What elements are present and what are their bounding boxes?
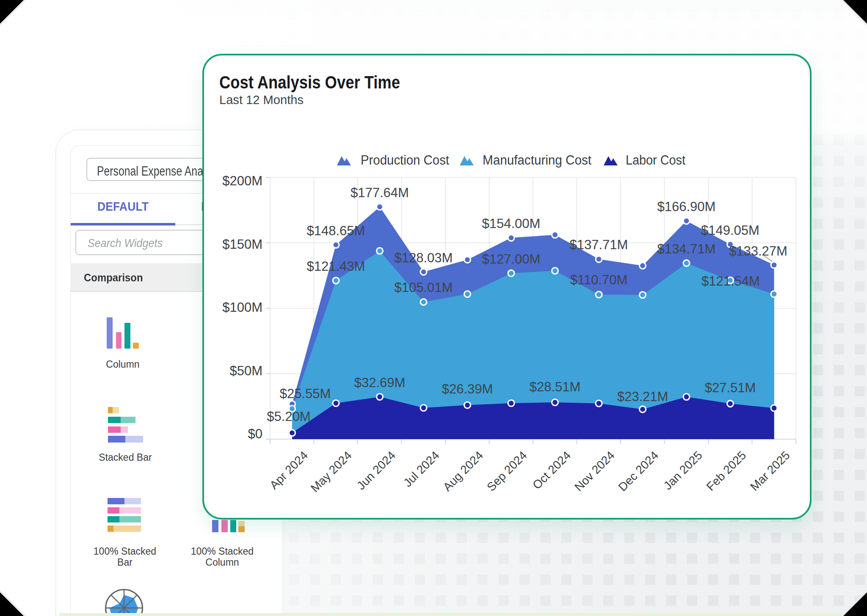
svg-text:Jun 2024: Jun 2024 xyxy=(354,448,398,492)
svg-text:May 2024: May 2024 xyxy=(308,448,354,495)
svg-text:$0: $0 xyxy=(248,426,262,441)
svg-text:Apr 2024: Apr 2024 xyxy=(267,448,310,492)
svg-text:Cost Analysis Over Time: Cost Analysis Over Time xyxy=(219,72,400,92)
svg-text:$133.27M: $133.27M xyxy=(729,244,787,258)
svg-text:$26.39M: $26.39M xyxy=(442,382,493,396)
svg-text:$149.05M: $149.05M xyxy=(701,223,759,238)
svg-text:$137.71M: $137.71M xyxy=(570,237,628,252)
svg-text:$127.00M: $127.00M xyxy=(482,252,541,267)
svg-text:$121.43M: $121.43M xyxy=(307,259,365,274)
svg-text:$134.71M: $134.71M xyxy=(657,242,716,256)
svg-text:Jan 2025: Jan 2025 xyxy=(661,448,704,492)
svg-text:$110.70M: $110.70M xyxy=(570,272,628,287)
svg-text:Manufacturing Cost: Manufacturing Cost xyxy=(483,153,591,168)
svg-text:$200M: $200M xyxy=(222,173,262,188)
svg-text:$50M: $50M xyxy=(229,363,262,378)
svg-text:$5.20M: $5.20M xyxy=(267,409,310,424)
svg-text:$150M: $150M xyxy=(222,237,262,252)
svg-text:Last 12 Months: Last 12 Months xyxy=(219,93,304,107)
svg-text:$177.64M: $177.64M xyxy=(351,185,409,200)
svg-text:Dec 2024: Dec 2024 xyxy=(616,448,661,494)
svg-text:Oct 2024: Oct 2024 xyxy=(530,448,573,492)
svg-text:Jul 2024: Jul 2024 xyxy=(401,448,442,490)
svg-text:Labor Cost: Labor Cost xyxy=(626,153,685,168)
svg-text:Nov 2024: Nov 2024 xyxy=(572,448,617,494)
svg-text:$121.54M: $121.54M xyxy=(701,274,760,289)
svg-text:$25.55M: $25.55M xyxy=(280,386,331,401)
svg-text:$100M: $100M xyxy=(222,300,262,315)
svg-text:Production Cost: Production Cost xyxy=(361,153,449,168)
svg-text:Aug 2024: Aug 2024 xyxy=(441,448,486,494)
svg-text:$154.00M: $154.00M xyxy=(482,216,541,231)
svg-text:$32.69M: $32.69M xyxy=(354,375,406,390)
svg-text:Feb 2025: Feb 2025 xyxy=(704,448,749,493)
svg-text:$28.51M: $28.51M xyxy=(530,380,581,394)
svg-text:$105.01M: $105.01M xyxy=(395,280,453,295)
svg-text:$166.90M: $166.90M xyxy=(657,199,716,214)
svg-text:Mar 2025: Mar 2025 xyxy=(748,448,792,493)
svg-text:$128.03M: $128.03M xyxy=(395,250,453,265)
svg-text:$23.21M: $23.21M xyxy=(617,389,668,404)
svg-text:$27.51M: $27.51M xyxy=(705,380,756,395)
svg-text:$148.65M: $148.65M xyxy=(307,223,365,238)
svg-text:Sep 2024: Sep 2024 xyxy=(484,448,530,494)
